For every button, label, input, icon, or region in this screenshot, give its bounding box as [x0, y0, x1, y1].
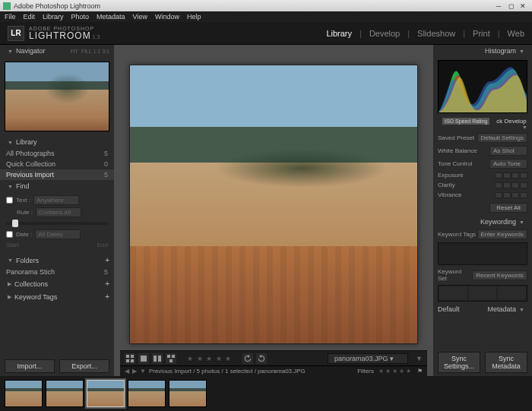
svg-rect-7 — [167, 355, 170, 358]
navigator-mode[interactable]: FIT — [70, 49, 78, 54]
nav-down-icon[interactable]: ▼ — [140, 368, 146, 375]
navigator-header[interactable]: ▼Navigator FIT FILL 1:1 3:1 — [0, 45, 114, 57]
lr-badge: LR — [8, 26, 24, 41]
folder-item[interactable]: Panorama Stich5 — [0, 267, 114, 277]
quick-develop-title: ck Develop — [496, 118, 527, 125]
logo-line2: LIGHTROOM — [29, 30, 91, 41]
collections-title: Collections — [14, 280, 48, 288]
filter-flag-icon[interactable]: ⚑ — [417, 368, 423, 375]
center-view: ★ ★ ★ ★ ★ panorama03.JPG ▾ ▼ ◀ ▶ ▼ Previ… — [114, 45, 433, 376]
navigator-zoom-options[interactable]: FILL 1:1 3:1 — [81, 49, 109, 54]
find-date-mode[interactable]: All Dates — [35, 229, 81, 239]
toolbar-collapse-icon[interactable]: ▼ — [416, 355, 423, 362]
keyword-tags-add-icon[interactable]: + — [105, 292, 109, 301]
svg-rect-6 — [158, 356, 161, 362]
filmstrip-thumb[interactable] — [46, 380, 84, 407]
histogram-chart[interactable] — [438, 60, 527, 113]
compare-view-icon[interactable] — [152, 353, 163, 364]
metadata-mode[interactable]: Default — [438, 305, 468, 313]
menu-metadata[interactable]: Metadata — [97, 13, 125, 21]
library-item-quick[interactable]: Quick Collection0 — [0, 159, 114, 169]
filmstrip-thumb[interactable] — [5, 380, 43, 407]
keyword-tags-header[interactable]: ▶Keyword Tags+ — [0, 290, 114, 303]
keyword-set-select[interactable]: Recent Keywords — [472, 270, 527, 280]
maximize-button[interactable]: ◻ — [505, 2, 517, 10]
keyword-tags-title: Keyword Tags — [14, 293, 57, 301]
filmstrip-thumb[interactable] — [169, 380, 207, 407]
filmstrip-thumb[interactable] — [128, 380, 166, 407]
find-date-check[interactable] — [6, 231, 13, 238]
window-titlebar: Adobe Photoshop Lightroom ─ ◻ ✕ — [0, 0, 532, 11]
keyword-area[interactable] — [438, 242, 527, 265]
info-bar: ◀ ▶ ▼ Previous Import / 5 photos / 1 sel… — [120, 365, 427, 376]
filmstrip — [0, 376, 532, 411]
filter-stars[interactable]: ★★★★★ — [378, 368, 413, 375]
import-button[interactable]: Import... — [5, 359, 55, 373]
close-button[interactable]: ✕ — [517, 2, 529, 10]
reset-all-button[interactable]: Reset All — [489, 203, 527, 213]
collections-add-icon[interactable]: + — [105, 280, 109, 288]
histogram-header[interactable]: Histogram▼ — [433, 45, 532, 57]
library-item-previous[interactable]: Previous Import5 — [0, 169, 114, 180]
library-panel-title: Library — [16, 138, 37, 146]
menu-help[interactable]: Help — [187, 13, 201, 21]
menu-photo[interactable]: Photo — [71, 13, 90, 21]
filmstrip-thumb[interactable] — [87, 380, 125, 407]
menu-library[interactable]: Library — [43, 13, 64, 21]
main-image-loupe[interactable] — [129, 65, 418, 344]
find-rule-mode[interactable]: Contains All — [36, 207, 81, 217]
tone-button[interactable]: Auto Tone — [489, 159, 527, 169]
folders-header[interactable]: ▼Folders+ — [0, 254, 114, 267]
minimize-button[interactable]: ─ — [492, 2, 505, 10]
sync-metadata-button[interactable]: Sync Metadata — [485, 352, 527, 373]
path-dropdown[interactable]: panorama03.JPG ▾ — [328, 353, 408, 364]
tab-web[interactable]: Web — [508, 29, 524, 38]
folders-add-icon[interactable]: + — [105, 256, 109, 264]
tab-slideshow[interactable]: Slideshow — [417, 29, 455, 38]
menu-view[interactable]: View — [133, 13, 147, 21]
find-header[interactable]: ▼Find — [0, 180, 114, 192]
vibrance-stepper[interactable] — [495, 192, 527, 198]
find-body: Text :Anywhere Rule :Contains All Date :… — [0, 192, 114, 254]
survey-view-icon[interactable] — [166, 353, 176, 364]
navigator-title: Navigator — [16, 47, 46, 55]
nav-fwd-icon[interactable]: ▶ — [132, 368, 137, 375]
menu-window[interactable]: Window — [155, 13, 179, 21]
rotate-right-icon[interactable] — [256, 353, 267, 364]
keyword-input[interactable]: Enter Keywords — [477, 229, 527, 239]
rating-stars[interactable]: ★ ★ ★ ★ ★ — [187, 355, 232, 362]
keyword-set-grid[interactable] — [438, 285, 527, 302]
preset-select[interactable]: Default Settings — [477, 133, 527, 143]
menu-edit[interactable]: Edit — [24, 13, 36, 21]
svg-rect-2 — [126, 359, 129, 362]
find-text-mode[interactable]: Anywhere — [33, 195, 79, 205]
filters-label[interactable]: Filters — [357, 368, 374, 375]
tab-develop[interactable]: Develop — [369, 29, 400, 38]
rotate-left-icon[interactable] — [242, 353, 253, 364]
exposure-stepper[interactable] — [495, 172, 527, 179]
iso-label: ISO Speed Rating — [442, 118, 489, 125]
navigator-thumbnail[interactable] — [5, 62, 109, 131]
logo-version: 1.3 — [93, 34, 100, 40]
sync-settings-button[interactable]: Sync Settings... — [438, 352, 480, 373]
nav-back-icon[interactable]: ◀ — [125, 368, 129, 375]
library-item-all[interactable]: All Photographs5 — [0, 148, 114, 159]
collections-header[interactable]: ▶Collections+ — [0, 277, 114, 290]
menu-file[interactable]: File — [5, 13, 16, 21]
clarity-stepper[interactable] — [495, 182, 527, 188]
svg-rect-0 — [126, 355, 129, 358]
wb-select[interactable]: As Shot — [489, 146, 527, 156]
export-button[interactable]: Export... — [59, 359, 109, 373]
tab-print[interactable]: Print — [473, 29, 490, 38]
find-text-check[interactable] — [6, 197, 13, 204]
find-slider[interactable] — [6, 222, 108, 225]
app-logo: LR ADOBE PHOTOSHOP LIGHTROOM1.3 — [8, 26, 100, 41]
svg-rect-9 — [169, 359, 173, 362]
grid-view-icon[interactable] — [125, 353, 135, 364]
keywording-header[interactable]: Keywording▼ — [433, 216, 532, 228]
app-icon — [3, 2, 11, 10]
loupe-view-icon[interactable] — [138, 353, 149, 364]
metadata-header[interactable]: Default Metadata▼ — [433, 303, 532, 315]
tab-library[interactable]: Library — [326, 29, 352, 38]
library-panel-header[interactable]: ▼Library — [0, 136, 114, 148]
